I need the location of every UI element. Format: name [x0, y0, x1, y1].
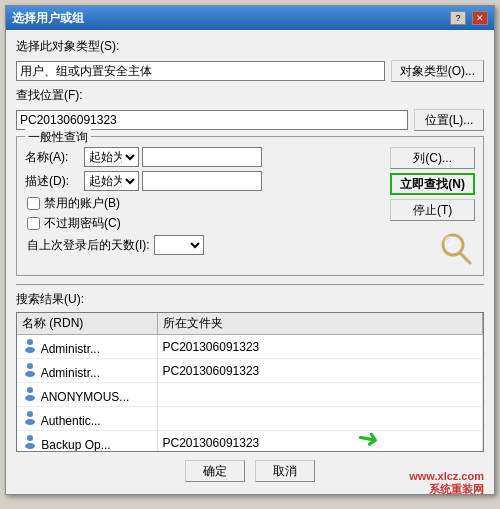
- dialog-body: 选择此对象类型(S): 对象类型(O)... 查找位置(F): 位置(L)...…: [6, 30, 494, 490]
- location-input-row: 位置(L)...: [16, 109, 484, 131]
- table-row[interactable]: Backup Op...PC201306091323: [17, 431, 483, 453]
- object-type-input-row: 对象类型(O)...: [16, 60, 484, 82]
- cell-folder: PC201306091323: [157, 359, 483, 383]
- cell-name: Backup Op...: [17, 431, 157, 453]
- title-bar-buttons: ? ✕: [450, 11, 488, 25]
- svg-point-12: [25, 443, 35, 449]
- close-button[interactable]: ✕: [472, 11, 488, 25]
- help-button[interactable]: ?: [450, 11, 466, 25]
- person-icon: [22, 361, 38, 377]
- svg-point-7: [27, 387, 33, 393]
- svg-point-10: [25, 419, 35, 425]
- header-row: 名称 (RDN) 所在文件夹: [17, 313, 483, 335]
- object-type-button[interactable]: 对象类型(O)...: [391, 60, 484, 82]
- watermark: www.xlcz.com 系统重装网: [409, 470, 484, 497]
- location-input[interactable]: [16, 110, 408, 130]
- columns-button[interactable]: 列(C)...: [390, 147, 475, 169]
- dialog-window: 选择用户或组 ? ✕ 选择此对象类型(S): 对象类型(O)... 查找位置(F…: [5, 5, 495, 495]
- svg-point-5: [27, 363, 33, 369]
- cancel-button[interactable]: 取消: [255, 460, 315, 482]
- cell-folder: PC201306091323: [157, 335, 483, 359]
- results-table: 名称 (RDN) 所在文件夹 Administr...PC20130609132…: [17, 313, 483, 452]
- disabled-checkbox-row: 禁用的账户(B): [27, 195, 384, 212]
- search-now-button[interactable]: 立即查找(N): [390, 173, 475, 195]
- cell-folder: PC201306091323: [157, 431, 483, 453]
- general-query-groupbox: 一般性查询 名称(A): 起始为 精确匹配: [16, 136, 484, 276]
- groupbox-title: 一般性查询: [25, 129, 91, 146]
- svg-point-9: [27, 411, 33, 417]
- search-results-label: 搜索结果(U):: [16, 291, 484, 308]
- cell-name: Authentic...: [17, 407, 157, 431]
- magnify-icon: [435, 231, 475, 267]
- divider: [16, 284, 484, 285]
- name-label: 名称(A):: [25, 149, 80, 166]
- svg-point-3: [27, 339, 33, 345]
- name-input[interactable]: [142, 147, 262, 167]
- person-icon: [22, 433, 38, 449]
- disabled-label: 禁用的账户(B): [44, 195, 120, 212]
- desc-combo-wrapper: 起始为 精确匹配: [84, 171, 262, 191]
- no-expire-checkbox[interactable]: [27, 217, 40, 230]
- table-header: 名称 (RDN) 所在文件夹: [17, 313, 483, 335]
- name-combo-wrapper: 起始为 精确匹配: [84, 147, 262, 167]
- svg-point-8: [25, 395, 35, 401]
- query-fields: 名称(A): 起始为 精确匹配 描述(D):: [25, 147, 384, 267]
- name-row: 名称(A): 起始为 精确匹配: [25, 147, 384, 167]
- svg-point-4: [25, 347, 35, 353]
- location-button[interactable]: 位置(L)...: [414, 109, 484, 131]
- person-icon: [22, 409, 38, 425]
- location-label: 查找位置(F):: [16, 87, 96, 104]
- cell-folder: [157, 407, 483, 431]
- cell-name: Administr...: [17, 335, 157, 359]
- days-combo[interactable]: [154, 235, 204, 255]
- disabled-accounts-checkbox[interactable]: [27, 197, 40, 210]
- desc-combo[interactable]: 起始为 精确匹配: [84, 171, 139, 191]
- person-icon: [22, 337, 38, 353]
- object-type-row: 选择此对象类型(S):: [16, 38, 484, 55]
- svg-line-1: [460, 253, 470, 263]
- results-container: 名称 (RDN) 所在文件夹 Administr...PC20130609132…: [16, 312, 484, 452]
- results-table-wrapper[interactable]: 名称 (RDN) 所在文件夹 Administr...PC20130609132…: [16, 312, 484, 452]
- table-row[interactable]: ANONYMOUS...: [17, 383, 483, 407]
- svg-point-11: [27, 435, 33, 441]
- cell-name: ANONYMOUS...: [17, 383, 157, 407]
- groupbox-content: 名称(A): 起始为 精确匹配 描述(D):: [25, 147, 475, 267]
- dialog-title: 选择用户或组: [12, 10, 84, 27]
- days-label: 自上次登录后的天数(I):: [27, 237, 150, 254]
- table-row[interactable]: Administr...PC201306091323: [17, 359, 483, 383]
- col-name-header: 名称 (RDN): [17, 313, 157, 335]
- days-row: 自上次登录后的天数(I):: [27, 235, 384, 255]
- right-side-buttons: 列(C)... 立即查找(N) 停止(T): [390, 147, 475, 267]
- person-icon: [22, 385, 38, 401]
- object-type-label: 选择此对象类型(S):: [16, 38, 119, 55]
- name-combo[interactable]: 起始为 精确匹配: [84, 147, 139, 167]
- table-row[interactable]: Administr...PC201306091323: [17, 335, 483, 359]
- table-row[interactable]: Authentic...: [17, 407, 483, 431]
- results-tbody: Administr...PC201306091323 Administr...P…: [17, 335, 483, 453]
- stop-button[interactable]: 停止(T): [390, 199, 475, 221]
- watermark-site: www.xlcz.com: [409, 470, 484, 482]
- cell-folder: [157, 383, 483, 407]
- svg-point-2: [445, 237, 453, 245]
- cell-name: Administr...: [17, 359, 157, 383]
- ok-button[interactable]: 确定: [185, 460, 245, 482]
- desc-input[interactable]: [142, 171, 262, 191]
- object-type-input[interactable]: [16, 61, 385, 81]
- desc-label: 描述(D):: [25, 173, 80, 190]
- noexpire-checkbox-row: 不过期密码(C): [27, 215, 384, 232]
- search-icon-area: [390, 231, 475, 267]
- svg-point-6: [25, 371, 35, 377]
- desc-row: 描述(D): 起始为 精确匹配: [25, 171, 384, 191]
- col-folder-header: 所在文件夹: [157, 313, 483, 335]
- title-bar: 选择用户或组 ? ✕: [6, 6, 494, 30]
- location-row: 查找位置(F):: [16, 87, 484, 104]
- noexpire-label: 不过期密码(C): [44, 215, 121, 232]
- watermark-label: 系统重装网: [409, 482, 484, 497]
